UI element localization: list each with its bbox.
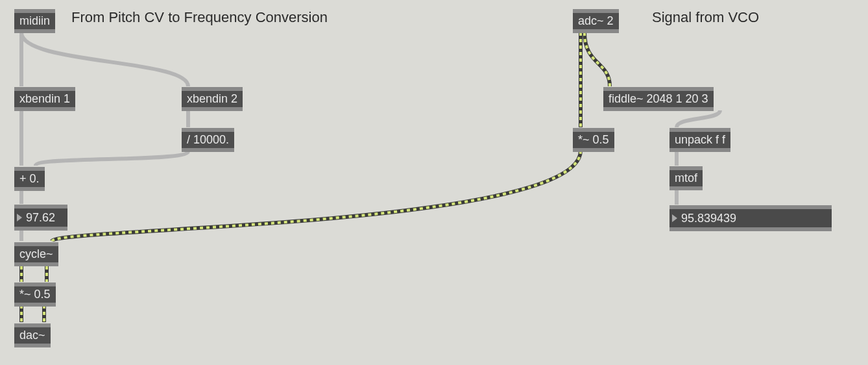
fiddle-out-numberbox[interactable]: 95.839439 — [669, 205, 832, 231]
midiin-object[interactable]: midiin — [14, 9, 55, 33]
div-10000-object[interactable]: / 10000. — [182, 128, 234, 152]
adc2-object[interactable]: adc~ 2 — [573, 9, 619, 33]
freq-numberbox[interactable]: 97.62 — [14, 205, 67, 231]
comment-right: Signal from VCO — [652, 9, 759, 26]
cycle-object[interactable]: cycle~ — [14, 242, 58, 266]
unpack-ff-object[interactable]: unpack f f — [669, 128, 730, 152]
multiply-05-right-object[interactable]: *~ 0.5 — [573, 128, 614, 152]
xbendin1-object[interactable]: xbendin 1 — [14, 87, 75, 111]
plus-0-object[interactable]: + 0. — [14, 167, 45, 191]
patch-cords — [0, 0, 868, 365]
comment-left: From Pitch CV to Frequency Conversion — [71, 9, 328, 26]
xbendin2-object[interactable]: xbendin 2 — [182, 87, 243, 111]
multiply-05-left-object[interactable]: *~ 0.5 — [14, 283, 56, 307]
fiddle-object[interactable]: fiddle~ 2048 1 20 3 — [603, 87, 714, 111]
mtof-object[interactable]: mtof — [669, 166, 703, 190]
dac-object[interactable]: dac~ — [14, 323, 51, 347]
